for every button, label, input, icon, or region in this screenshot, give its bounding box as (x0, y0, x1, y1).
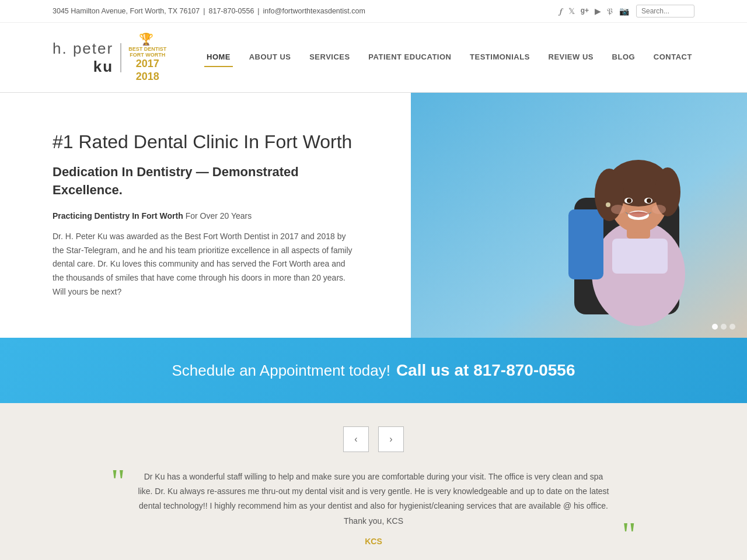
separator1: | (203, 7, 205, 15)
hero-image-svg (411, 93, 747, 338)
nav-link-contact[interactable]: CONTACT (651, 48, 694, 66)
nav-links: HOME ABOUT US SERVICES PATIENT EDUCATION… (204, 48, 694, 67)
nav-link-about[interactable]: ABOUT US (247, 48, 294, 66)
nav-item-services[interactable]: SERVICES (307, 48, 352, 67)
svg-point-15 (611, 205, 625, 214)
nav-link-home[interactable]: HOME (204, 48, 233, 67)
award-years: 2017 2018 (136, 58, 159, 83)
facebook-icon[interactable]: 𝆑 (560, 6, 563, 16)
hero-section: #1 Rated Dental Clinic In Fort Worth Ded… (0, 93, 747, 338)
search-input[interactable] (636, 5, 694, 18)
nav-link-patient[interactable]: PATIENT EDUCATION (366, 48, 453, 66)
hero-content: #1 Rated Dental Clinic In Fort Worth Ded… (0, 93, 411, 338)
slider-dots (712, 324, 735, 330)
testimonial-author: KCS (137, 537, 610, 546)
logo-divider (120, 43, 121, 72)
quote-close-icon: " (622, 517, 637, 552)
hero-body: Dr. H. Peter Ku was awarded as the Best … (53, 230, 358, 299)
social-icons: 𝆑 𝕏 g+ ▶ 𝔓 📷 (560, 6, 629, 16)
svg-point-16 (652, 205, 666, 214)
navbar: h. peter ku 🏆 BEST DENTIST FORT WORTH 20… (0, 23, 747, 93)
svg-rect-18 (612, 239, 668, 274)
topbar-right: 𝆑 𝕏 g+ ▶ 𝔓 📷 (560, 5, 694, 18)
cta-text: Schedule an Appointment today! (172, 362, 390, 380)
testimonials-section: ‹ › " Dr Ku has a wonderful staff willin… (0, 403, 747, 560)
nav-link-blog[interactable]: BLOG (610, 48, 638, 66)
pinterest-icon[interactable]: 𝔓 (607, 6, 613, 16)
logo-name-prefix: h. peter (53, 40, 113, 58)
testimonial-text: Dr Ku has a wonderful staff willing to h… (137, 470, 610, 528)
cta-banner: Schedule an Appointment today! Call us a… (0, 338, 747, 403)
nav-item-home[interactable]: HOME (204, 48, 233, 67)
hero-practicing-label: Practicing Dentistry In Fort Worth (53, 211, 183, 220)
award-line2: FORT WORTH (130, 52, 165, 58)
svg-point-13 (647, 198, 651, 203)
nav-link-services[interactable]: SERVICES (307, 48, 352, 66)
logo-name: h. peter ku (53, 40, 113, 76)
topbar: 3045 Hamilton Avenue, Fort Worth, TX 761… (0, 0, 747, 23)
nav-item-review[interactable]: REVIEW US (546, 48, 596, 67)
slider-dot-3[interactable] (729, 324, 735, 330)
testimonial-body: " Dr Ku has a wonderful staff willing to… (111, 470, 636, 546)
hero-practicing: Practicing Dentistry In Fort Worth For O… (53, 211, 358, 220)
testimonial-text-wrap: Dr Ku has a wonderful staff willing to h… (137, 470, 610, 546)
quote-open-icon: " (111, 464, 125, 499)
slider-dot-2[interactable] (721, 324, 727, 330)
testimonial-nav: ‹ › (53, 426, 694, 452)
hero-practicing-suffix: For Over 20 Years (183, 211, 252, 220)
separator2: | (257, 7, 259, 15)
email[interactable]: info@fortworthtexasdentist.com (263, 7, 365, 15)
svg-rect-4 (568, 209, 603, 279)
hero-subtitle: Dedication In Dentistry — Demonstrated E… (53, 163, 358, 200)
address: 3045 Hamilton Avenue, Fort Worth, TX 761… (53, 7, 200, 15)
testimonial-next-button[interactable]: › (378, 426, 404, 452)
twitter-icon[interactable]: 𝕏 (568, 6, 575, 16)
nav-link-testimonials[interactable]: TESTIMONIALS (467, 48, 532, 66)
nav-link-review[interactable]: REVIEW US (546, 48, 596, 66)
nav-item-patient[interactable]: PATIENT EDUCATION (366, 48, 453, 67)
youtube-icon[interactable]: ▶ (595, 6, 601, 16)
slider-dot-1[interactable] (712, 324, 718, 330)
svg-point-12 (627, 198, 631, 203)
logo-name-suffix: ku (93, 58, 113, 76)
nav-item-blog[interactable]: BLOG (610, 48, 638, 67)
testimonial-prev-button[interactable]: ‹ (343, 426, 369, 452)
phone[interactable]: 817-870-0556 (208, 7, 254, 15)
nav-item-testimonials[interactable]: TESTIMONIALS (467, 48, 532, 67)
logo-awards: 🏆 BEST DENTIST FORT WORTH 2017 2018 (128, 32, 166, 83)
instagram-icon[interactable]: 📷 (619, 6, 629, 16)
logo: h. peter ku 🏆 BEST DENTIST FORT WORTH 20… (53, 32, 169, 83)
hero-title: #1 Rated Dental Clinic In Fort Worth (53, 131, 358, 153)
nav-item-about[interactable]: ABOUT US (247, 48, 294, 67)
googleplus-icon[interactable]: g+ (581, 6, 589, 16)
award-line1: BEST DENTIST (128, 46, 166, 52)
nav-item-contact[interactable]: CONTACT (651, 48, 694, 67)
svg-point-17 (606, 202, 610, 207)
cta-phone[interactable]: Call us at 817-870-0556 (396, 361, 575, 380)
trophy-icon: 🏆 (139, 32, 153, 46)
hero-image (411, 93, 747, 338)
topbar-contact: 3045 Hamilton Avenue, Fort Worth, TX 761… (53, 7, 365, 15)
